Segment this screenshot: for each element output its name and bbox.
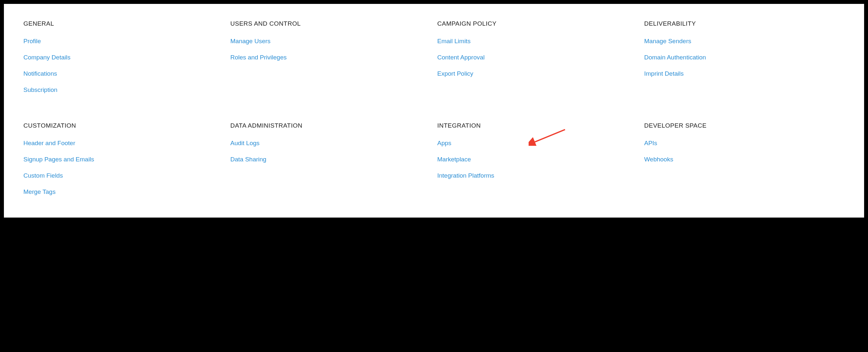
settings-grid: GENERAL Profile Company Details Notifica… [4, 4, 864, 218]
section-title-general: GENERAL [23, 20, 224, 27]
link-integration-platforms[interactable]: Integration Platforms [437, 172, 494, 179]
section-title-deliverability: DELIVERABILITY [644, 20, 845, 27]
link-content-approval[interactable]: Content Approval [437, 54, 485, 61]
link-marketplace[interactable]: Marketplace [437, 156, 471, 163]
link-merge-tags[interactable]: Merge Tags [23, 188, 56, 196]
link-roles-privileges[interactable]: Roles and Privileges [230, 54, 287, 61]
section-users-control: USERS AND CONTROL Manage Users Roles and… [230, 20, 431, 103]
link-data-sharing[interactable]: Data Sharing [230, 156, 267, 163]
section-data-administration: DATA ADMINISTRATION Audit Logs Data Shar… [230, 122, 431, 205]
section-title-campaign-policy: CAMPAIGN POLICY [437, 20, 638, 27]
section-campaign-policy: CAMPAIGN POLICY Email Limits Content App… [437, 20, 638, 103]
link-imprint-details[interactable]: Imprint Details [644, 70, 684, 77]
section-title-customization: CUSTOMIZATION [23, 122, 224, 129]
section-general: GENERAL Profile Company Details Notifica… [23, 20, 224, 103]
link-webhooks[interactable]: Webhooks [644, 156, 673, 163]
section-deliverability: DELIVERABILITY Manage Senders Domain Aut… [644, 20, 845, 103]
link-email-limits[interactable]: Email Limits [437, 38, 470, 45]
link-audit-logs[interactable]: Audit Logs [230, 140, 260, 147]
section-customization: CUSTOMIZATION Header and Footer Signup P… [23, 122, 224, 205]
link-custom-fields[interactable]: Custom Fields [23, 172, 63, 179]
section-title-users-control: USERS AND CONTROL [230, 20, 431, 27]
section-title-developer-space: DEVELOPER SPACE [644, 122, 845, 129]
link-export-policy[interactable]: Export Policy [437, 70, 473, 77]
section-developer-space: DEVELOPER SPACE APIs Webhooks [644, 122, 845, 205]
link-header-footer[interactable]: Header and Footer [23, 140, 75, 147]
link-notifications[interactable]: Notifications [23, 70, 57, 77]
link-profile[interactable]: Profile [23, 38, 41, 45]
link-subscription[interactable]: Subscription [23, 86, 58, 94]
link-domain-authentication[interactable]: Domain Authentication [644, 54, 706, 61]
link-company-details[interactable]: Company Details [23, 54, 70, 61]
section-title-integration: INTEGRATION [437, 122, 638, 129]
section-title-data-administration: DATA ADMINISTRATION [230, 122, 431, 129]
link-apps[interactable]: Apps [437, 140, 451, 147]
section-integration: INTEGRATION Apps Marketplace Integration… [437, 122, 638, 205]
link-manage-users[interactable]: Manage Users [230, 38, 271, 45]
link-manage-senders[interactable]: Manage Senders [644, 38, 691, 45]
link-apis[interactable]: APIs [644, 140, 657, 147]
link-signup-pages-emails[interactable]: Signup Pages and Emails [23, 156, 94, 163]
